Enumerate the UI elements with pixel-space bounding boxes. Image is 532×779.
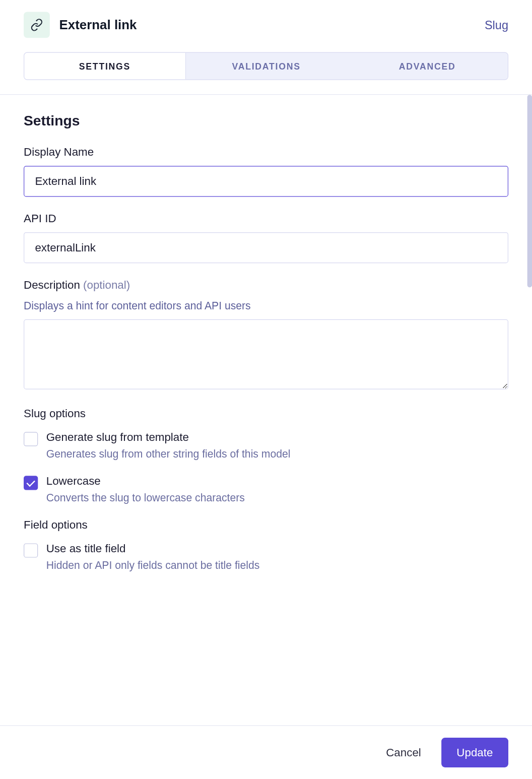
api-id-label: API ID (24, 212, 508, 225)
content-scroll-area: Settings Display Name API ID Description… (0, 95, 532, 779)
tab-advanced[interactable]: Advanced (347, 53, 507, 80)
display-name-input[interactable] (24, 166, 508, 197)
description-textarea[interactable] (24, 319, 508, 390)
tab-bar: Settings Validations Advanced (24, 52, 508, 80)
title-field-hint: Hidden or API only fields cannot be titl… (46, 558, 260, 573)
cancel-button[interactable]: Cancel (382, 740, 425, 765)
lowercase-hint: Converts the slug to lowercase character… (46, 490, 245, 506)
field-type-label: Slug (485, 18, 508, 32)
field-options-heading: Field options (24, 518, 508, 532)
scrollbar-thumb[interactable] (527, 95, 532, 287)
lowercase-label: Lowercase (46, 475, 245, 488)
link-icon (24, 12, 50, 38)
generate-slug-checkbox[interactable] (24, 432, 38, 446)
section-heading: Settings (24, 112, 508, 129)
dialog-title: External link (59, 17, 137, 33)
display-name-label: Display Name (24, 146, 508, 159)
lowercase-checkbox[interactable] (24, 476, 38, 490)
title-field-checkbox[interactable] (24, 544, 38, 558)
tab-settings[interactable]: Settings (24, 53, 186, 80)
dialog-footer: Cancel Update (0, 725, 532, 779)
slug-options-heading: Slug options (24, 407, 508, 420)
api-id-input[interactable] (24, 232, 508, 263)
description-label: Description (optional) (24, 279, 508, 292)
generate-slug-hint: Generates slug from other string fields … (46, 446, 291, 462)
title-field-label: Use as title field (46, 542, 260, 555)
update-button[interactable]: Update (441, 738, 508, 767)
dialog-header: External link Slug (24, 12, 508, 38)
tab-validations[interactable]: Validations (186, 53, 347, 80)
generate-slug-label: Generate slug from template (46, 431, 291, 444)
description-hint: Displays a hint for content editors and … (24, 299, 508, 314)
